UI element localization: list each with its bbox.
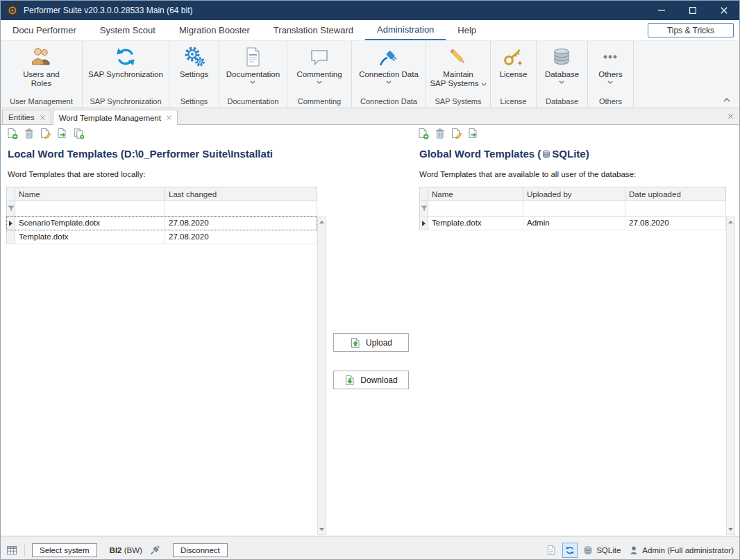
column-header-name[interactable]: Name (15, 187, 165, 201)
others-button[interactable]: Others (596, 45, 625, 85)
add-template-icon[interactable] (417, 128, 429, 139)
group-label-sap-systems: SAP Systems (426, 96, 490, 108)
filter-cell-last-changed[interactable] (165, 201, 317, 217)
commenting-button[interactable]: Commenting (294, 45, 344, 85)
select-system-button[interactable]: Select system (32, 543, 97, 557)
connection-pin-icon (149, 545, 160, 556)
tab-migration-booster[interactable]: Migration Booster (167, 20, 262, 40)
ribbon-group-user-management: Users and Roles User Management (1, 41, 83, 108)
delete-template-icon[interactable] (434, 128, 446, 139)
doc-tab-word-template-management[interactable]: Word Template Management (53, 110, 178, 125)
sap-synchronization-button[interactable]: SAP Synchronization (85, 45, 166, 80)
vertical-scrollbar[interactable] (317, 217, 326, 535)
scroll-up-icon[interactable] (727, 218, 734, 226)
scroll-down-icon[interactable] (727, 525, 734, 534)
database-name: SQLite (596, 546, 621, 554)
chevron-down-icon (317, 80, 322, 84)
gear-icon (183, 46, 205, 68)
disconnect-button[interactable]: Disconnect (173, 543, 228, 557)
cell-date-uploaded[interactable]: 27.08.2020 (625, 217, 726, 230)
license-button[interactable]: License (497, 45, 530, 80)
close-document-button[interactable] (728, 114, 733, 119)
table-row[interactable]: ScenarioTemplate.dotx 27.08.2020 (6, 217, 317, 230)
connection-data-button[interactable]: Connection Data (356, 45, 421, 85)
filter-cell-uploaded-by[interactable] (523, 201, 625, 217)
cell-name[interactable]: Template.dotx (15, 230, 165, 244)
user-status[interactable]: Admin (Full administrator) (629, 545, 734, 555)
group-label-connection-data: Connection Data (352, 96, 426, 108)
sync-database-button[interactable] (562, 543, 578, 558)
scroll-up-icon[interactable] (318, 218, 326, 226)
cell-last-changed[interactable]: 27.08.2020 (165, 230, 317, 244)
table-row[interactable]: Template.dotx 27.08.2020 (6, 230, 317, 244)
column-header-date-uploaded[interactable]: Date uploaded (625, 187, 726, 201)
add-template-icon[interactable] (6, 128, 18, 139)
filter-cell-name[interactable] (15, 201, 165, 217)
ribbon-group-documentation: Documentation Documentation (219, 41, 287, 108)
current-row-indicator (419, 217, 428, 230)
local-templates-subtitle: Word Templates that are stored locally: (8, 170, 145, 178)
commenting-icon (308, 46, 330, 68)
maximize-button[interactable] (677, 1, 708, 20)
minimize-button[interactable] (646, 1, 677, 20)
rename-template-icon[interactable] (451, 128, 462, 139)
system-name: BI2 (110, 546, 122, 554)
edit-template-icon[interactable] (56, 128, 68, 139)
document-tab-strip: Entities Word Template Management (1, 108, 739, 125)
local-templates-heading: Local Word Templates (D:\0_Performer Sui… (8, 148, 321, 160)
column-header-name[interactable]: Name (428, 187, 523, 201)
column-header-last-changed[interactable]: Last changed (165, 187, 317, 201)
documentation-button[interactable]: Documentation (224, 45, 283, 85)
tab-administration[interactable]: Administration (365, 20, 446, 40)
pencil-icon (447, 46, 469, 68)
filter-row (419, 201, 726, 217)
connection-data-icon (378, 46, 400, 68)
column-header-uploaded-by[interactable]: Uploaded by (523, 187, 625, 201)
sap-sync-icon (115, 46, 137, 68)
chevron-down-icon (386, 80, 392, 84)
local-templates-toolbar (6, 128, 85, 139)
users-and-roles-button[interactable]: Users and Roles (20, 45, 62, 89)
rename-template-icon[interactable] (40, 128, 51, 139)
menu-bar: Docu Performer System Scout Migration Bo… (1, 20, 739, 41)
group-label-settings: Settings (169, 96, 219, 108)
filter-cell-name[interactable] (428, 201, 523, 217)
close-tab-icon[interactable] (167, 115, 171, 120)
settings-button[interactable]: Settings (177, 45, 212, 80)
upload-button[interactable]: Upload (333, 333, 409, 352)
chevron-down-icon (481, 79, 487, 88)
cell-uploaded-by[interactable]: Admin (523, 217, 625, 230)
cell-last-changed[interactable]: 27.08.2020 (165, 217, 317, 230)
row-indicator-header (6, 187, 15, 201)
tab-help[interactable]: Help (446, 20, 488, 40)
delete-template-icon[interactable] (23, 128, 35, 139)
doc-tab-wtm-label: Word Template Management (59, 114, 161, 122)
cell-name[interactable]: ScenarioTemplate.dotx (15, 217, 165, 230)
close-button[interactable] (708, 1, 739, 20)
maintain-sap-systems-button[interactable]: Maintain SAP Systems (427, 45, 489, 89)
tab-system-scout[interactable]: System Scout (88, 20, 167, 40)
scroll-down-icon[interactable] (318, 525, 326, 534)
copy-template-icon[interactable] (73, 128, 85, 139)
filter-cell-date-uploaded[interactable] (625, 201, 726, 217)
database-status[interactable]: SQLite (583, 545, 621, 555)
document-status-icon[interactable] (546, 545, 557, 556)
close-tab-icon[interactable] (40, 115, 45, 120)
database-icon (541, 149, 551, 159)
row-indicator (6, 230, 15, 244)
table-row[interactable]: Template.dotx Admin 27.08.2020 (419, 217, 726, 230)
doc-tab-entities[interactable]: Entities (2, 110, 51, 124)
tab-translation-steward[interactable]: Translation Steward (262, 20, 365, 40)
tab-docu-performer[interactable]: Docu Performer (1, 20, 88, 40)
edit-template-icon[interactable] (467, 128, 479, 139)
content-area: Local Word Templates (D:\0_Performer Sui… (1, 125, 739, 536)
database-button[interactable]: Database (542, 45, 582, 85)
chevron-down-icon (250, 80, 255, 84)
cell-name[interactable]: Template.dotx (428, 217, 523, 230)
download-button[interactable]: Download (333, 371, 409, 389)
vertical-scrollbar[interactable] (726, 217, 735, 535)
collapse-ribbon-button[interactable] (721, 95, 732, 105)
group-label-database: Database (537, 96, 587, 108)
tables-icon[interactable] (6, 545, 17, 556)
tips-tricks-button[interactable]: Tips & Tricks (648, 23, 734, 37)
